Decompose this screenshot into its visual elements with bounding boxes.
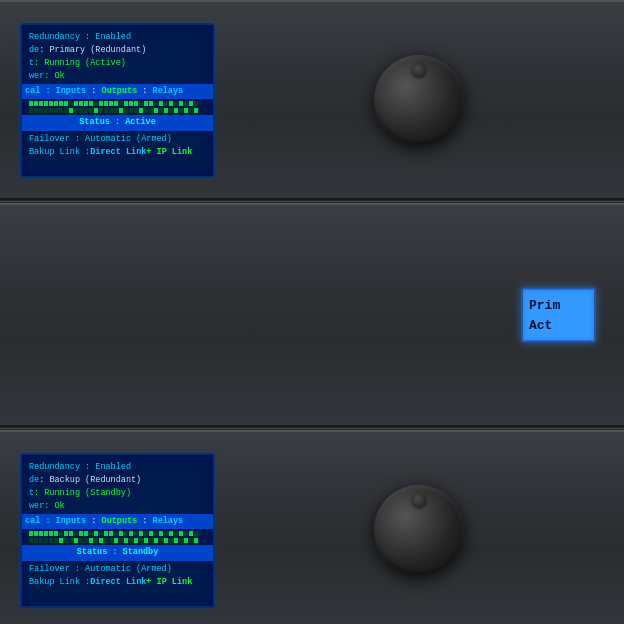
knob-container-3 [374,485,464,575]
pixel-row-1 [29,101,206,106]
mode-value: : Primary (Redundant) [39,44,146,57]
small-lcd-display: Prim Act [521,288,596,343]
status-value-3: : Running (Standby) [34,487,131,500]
lcd-display-1: Redundancy : Enabled de : Primary (Redun… [20,23,215,178]
backup-label: Ba [29,146,39,159]
direct-link: Direct Link [90,146,146,159]
direct-link-3: Direct Link [90,576,146,589]
io-header-3: cal : Inputs : Outputs : Relays [22,514,213,529]
rack-unit-2: Prim Act [0,203,624,427]
ip-link: + IP Link [146,146,192,159]
power-label: wer [29,70,44,83]
mode-label: de [29,44,39,57]
power-label-3: wer [29,500,44,513]
rack-unit-1: Redundancy : Enabled de : Primary (Redun… [0,0,624,200]
failover-line-3: Failover : Automatic (Armed) [29,563,172,576]
mode-label-3: de [29,474,39,487]
ip-link-3: + IP Link [146,576,192,589]
rack-unit-3: Redundancy : Enabled de : Backup (Redund… [0,430,624,624]
redundancy-line: Redundancy : Enabled [29,31,131,44]
io-header: cal : Inputs : Outputs : Relays [22,84,213,99]
pixel-row-3b [29,538,206,543]
lcd-display-3: Redundancy : Enabled de : Backup (Redund… [20,453,215,608]
knob-container-1 [374,55,464,145]
main-knob-3[interactable] [374,485,464,575]
backup-label-3: Ba [29,576,39,589]
small-lcd-line2: Act [529,315,552,335]
mode-value-3: : Backup (Redundant) [39,474,141,487]
main-knob-1[interactable] [374,55,464,145]
small-lcd-line1: Prim [529,296,560,316]
active-status: Status : Active [22,115,213,130]
power-value-3: : Ok [44,500,64,513]
status-value: : Running (Active) [34,57,126,70]
pixel-row-2 [29,108,206,113]
standby-status: Status : Standby [22,545,213,560]
power-value: : Ok [44,70,64,83]
redundancy-line-3: Redundancy : Enabled [29,461,131,474]
pixel-row-3a [29,531,206,536]
failover-line: Failover : Automatic (Armed) [29,133,172,146]
